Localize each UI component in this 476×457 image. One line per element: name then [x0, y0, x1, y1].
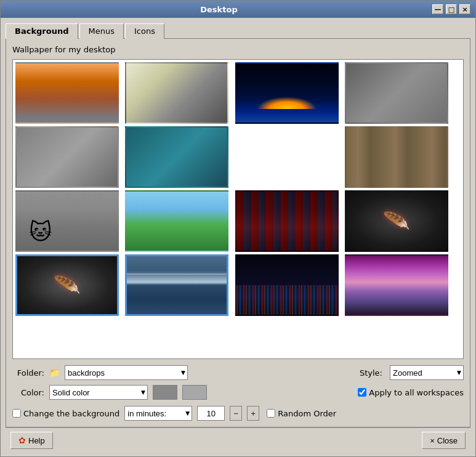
color-label: Color: — [12, 388, 44, 397]
maximize-button[interactable]: □ — [446, 4, 457, 14]
wallpaper-item[interactable] — [345, 62, 448, 124]
help-button[interactable]: ✿ Help — [10, 432, 53, 449]
titlebar-controls: — □ × — [432, 4, 470, 14]
help-icon: ✿ — [18, 435, 26, 445]
folder-select-wrapper: backdrops Pictures Custom — [65, 365, 188, 380]
wallpaper-item[interactable] — [235, 126, 339, 188]
wallpaper-item[interactable]: 🪶 — [15, 254, 119, 316]
style-select[interactable]: Zoomed Centered Scaled Stretched None Wa… — [390, 365, 464, 380]
button-row: ✿ Help × Close — [6, 427, 470, 451]
wallpaper-item[interactable] — [125, 190, 228, 252]
wallpaper-item[interactable] — [345, 254, 448, 316]
wallpaper-grid-container[interactable]: 🐱 🪶 🪶 — [12, 59, 464, 359]
change-bg-checkbox[interactable] — [12, 409, 21, 418]
close-icon: × — [430, 436, 435, 445]
wallpaper-item[interactable] — [235, 190, 339, 252]
random-order-checkbox[interactable] — [267, 409, 275, 418]
spin-plus-button[interactable]: + — [247, 406, 259, 421]
wallpaper-item[interactable] — [235, 62, 339, 124]
close-action-button[interactable]: × Close — [422, 432, 466, 449]
color-select-wrapper: Solid color Horizontal gradient Vertical… — [49, 385, 148, 400]
tab-bar: Background Menus Icons — [6, 23, 470, 38]
change-bg-label[interactable]: Change the background — [12, 409, 119, 418]
wallpaper-grid: 🐱 🪶 🪶 — [13, 60, 463, 318]
wallpaper-item[interactable] — [15, 62, 119, 124]
random-order-text: Random Order — [278, 409, 336, 418]
tab-background[interactable]: Background — [6, 23, 78, 39]
desktop-window: Desktop — □ × Background Menus Icons Wal… — [0, 0, 476, 457]
apply-all-checkbox[interactable] — [358, 388, 366, 397]
folder-icon: 📁 — [49, 368, 60, 378]
style-select-wrapper: Zoomed Centered Scaled Stretched None Wa… — [390, 365, 464, 380]
color-swatch-1[interactable] — [153, 385, 177, 400]
wallpaper-item[interactable] — [125, 62, 228, 124]
close-label: Close — [437, 436, 458, 445]
window-title: Desktop — [6, 5, 432, 14]
wallpaper-item[interactable]: 🐱 — [15, 190, 119, 252]
apply-all-wrapper: Apply to all workspaces — [358, 388, 464, 397]
interval-unit-select[interactable]: in minutes: in hours: in seconds: — [124, 406, 192, 421]
close-button[interactable]: × — [459, 4, 470, 14]
color-select[interactable]: Solid color Horizontal gradient Vertical… — [49, 385, 148, 400]
wallpaper-item[interactable]: 🪶 — [345, 190, 448, 252]
wallpaper-item[interactable] — [15, 126, 119, 188]
minimize-button[interactable]: — — [432, 4, 443, 14]
titlebar: Desktop — □ × — [1, 1, 475, 18]
wallpaper-item[interactable] — [125, 126, 228, 188]
color-row: Color: Solid color Horizontal gradient V… — [12, 385, 464, 400]
random-order-label[interactable]: Random Order — [267, 409, 336, 418]
section-label: Wallpaper for my desktop — [12, 45, 464, 54]
wallpaper-item[interactable] — [235, 254, 339, 316]
tab-icons[interactable]: Icons — [125, 23, 164, 39]
color-swatch-2[interactable] — [182, 385, 207, 400]
interval-unit-wrapper: in minutes: in hours: in seconds: — [124, 406, 192, 421]
apply-all-label[interactable]: Apply to all workspaces — [358, 388, 464, 397]
wallpaper-item[interactable] — [125, 254, 228, 316]
window-content: Background Menus Icons Wallpaper for my … — [1, 18, 475, 456]
wallpaper-item[interactable] — [345, 126, 448, 188]
style-label: Style: — [360, 368, 382, 378]
folder-style-row: Folder: 📁 backdrops Pictures Custom Styl… — [12, 365, 464, 380]
tab-menus[interactable]: Menus — [79, 23, 124, 39]
interval-value-input[interactable] — [197, 406, 225, 421]
tab-content-background: Wallpaper for my desktop — [6, 38, 470, 427]
spin-minus-button[interactable]: − — [230, 406, 242, 421]
help-label: Help — [28, 436, 45, 445]
apply-all-text: Apply to all workspaces — [369, 388, 464, 397]
folder-select[interactable]: backdrops Pictures Custom — [65, 365, 188, 380]
change-bg-text: Change the background — [23, 409, 119, 418]
folder-label: Folder: — [12, 368, 44, 378]
change-background-row: Change the background in minutes: in hou… — [12, 406, 464, 421]
